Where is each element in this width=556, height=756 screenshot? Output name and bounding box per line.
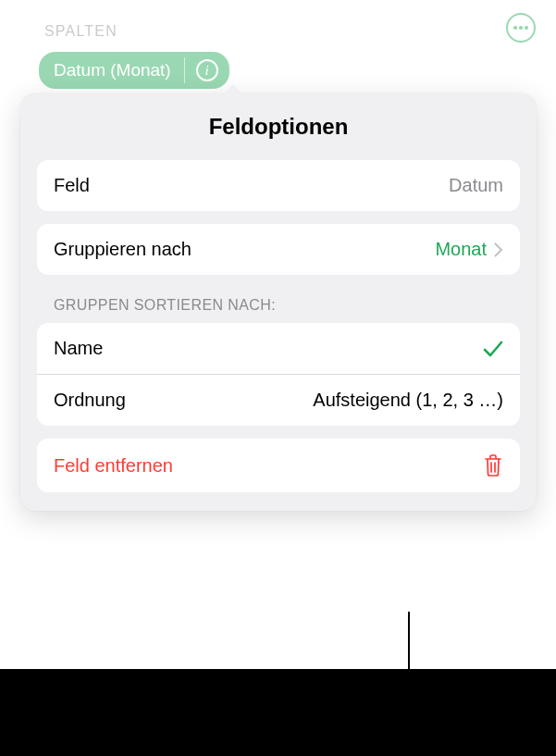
sort-order-label: Ordnung bbox=[54, 390, 126, 411]
remove-field-label: Feld entfernen bbox=[54, 455, 173, 477]
ellipsis-dot bbox=[519, 26, 523, 30]
remove-card: Feld entfernen bbox=[37, 439, 520, 492]
field-value: Datum bbox=[449, 175, 503, 196]
info-icon: i bbox=[196, 59, 218, 81]
ellipsis-dot bbox=[525, 26, 528, 30]
field-card: Feld Datum bbox=[37, 160, 520, 211]
popover-arrow bbox=[218, 84, 248, 99]
field-pill-label: Datum (Monat) bbox=[39, 52, 184, 89]
sort-name-label: Name bbox=[54, 338, 103, 359]
field-pill[interactable]: Datum (Monat) i bbox=[39, 52, 229, 89]
sort-section-header: GRUPPEN SORTIEREN NACH: bbox=[37, 297, 520, 323]
field-pill-info-button[interactable]: i bbox=[185, 52, 229, 89]
group-by-card: Gruppieren nach Monat bbox=[37, 224, 520, 275]
trash-icon bbox=[483, 453, 503, 477]
group-by-row[interactable]: Gruppieren nach Monat bbox=[37, 224, 520, 275]
field-row[interactable]: Feld Datum bbox=[37, 160, 520, 211]
sort-order-row[interactable]: Ordnung Aufsteigend (1, 2, 3 …) bbox=[37, 374, 520, 426]
more-button[interactable] bbox=[506, 13, 536, 43]
topbar: SPALTEN bbox=[0, 0, 556, 52]
checkmark-icon bbox=[483, 340, 503, 358]
pill-row: Datum (Monat) i bbox=[0, 52, 556, 89]
bottom-bar bbox=[0, 669, 556, 756]
chevron-right-icon bbox=[494, 242, 503, 257]
field-options-popover: Feldoptionen Feld Datum Gruppieren nach … bbox=[20, 93, 537, 511]
group-by-value: Monat bbox=[435, 239, 487, 260]
remove-field-row[interactable]: Feld entfernen bbox=[37, 439, 520, 492]
field-label: Feld bbox=[54, 175, 90, 196]
ellipsis-dot bbox=[513, 26, 517, 30]
section-label: SPALTEN bbox=[44, 23, 117, 40]
popover-title: Feldoptionen bbox=[37, 114, 520, 140]
sort-order-value: Aufsteigend (1, 2, 3 …) bbox=[313, 390, 503, 411]
sort-name-row[interactable]: Name bbox=[37, 323, 520, 374]
group-by-label: Gruppieren nach bbox=[54, 239, 192, 260]
sort-card: Name Ordnung Aufsteigend (1, 2, 3 …) bbox=[37, 323, 520, 426]
callout-line bbox=[408, 612, 410, 669]
